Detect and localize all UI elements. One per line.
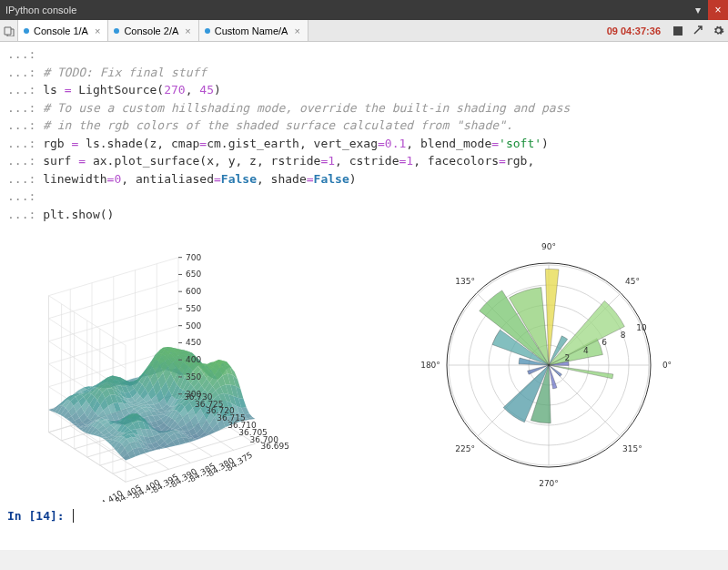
tab-label: Console 1/A <box>34 25 88 36</box>
prompt-label: In [14]: <box>7 509 71 523</box>
svg-text:600: 600 <box>186 287 201 296</box>
tab-close-icon[interactable]: × <box>93 25 102 36</box>
svg-text:400: 400 <box>186 355 201 364</box>
clear-icon[interactable] <box>688 20 708 41</box>
stop-icon[interactable] <box>668 20 688 41</box>
new-tab-button[interactable] <box>0 20 18 41</box>
overflow-icon[interactable]: ▾ <box>688 0 708 20</box>
svg-text:6: 6 <box>602 338 607 347</box>
svg-text:350: 350 <box>186 372 201 382</box>
svg-text:90°: 90° <box>541 242 556 251</box>
plot-area: 30035040045050055060065070036.69536.7003… <box>11 229 717 502</box>
input-prompt[interactable]: In [14]: <box>7 507 721 525</box>
tab-console-1[interactable]: Console 1/A × <box>18 20 108 41</box>
window-title: IPython console <box>5 5 76 15</box>
tab-indicator-icon <box>205 28 210 34</box>
tab-indicator-icon <box>114 28 119 34</box>
elapsed-time: 09 04:37:36 <box>600 20 668 41</box>
svg-text:135°: 135° <box>455 277 475 286</box>
svg-text:45°: 45° <box>625 277 640 286</box>
svg-rect-0 <box>673 26 682 36</box>
close-icon[interactable]: × <box>708 0 728 20</box>
console-output[interactable]: ...: ...: # TODO: Fix final stuff ...: l… <box>0 42 728 550</box>
title-bar: IPython console ▾ × <box>0 0 728 20</box>
svg-text:315°: 315° <box>622 444 642 453</box>
svg-text:650: 650 <box>186 270 201 279</box>
svg-text:450: 450 <box>186 338 201 347</box>
svg-text:225°: 225° <box>455 444 475 453</box>
tab-console-2[interactable]: Console 2/A × <box>108 20 198 41</box>
svg-text:550: 550 <box>186 304 201 313</box>
svg-text:8: 8 <box>621 331 626 340</box>
svg-text:0°: 0° <box>662 361 672 370</box>
tab-close-icon[interactable]: × <box>292 25 301 36</box>
polar-bar-plot: 0°45°90°135°180°225°270°315°246810 <box>389 229 717 502</box>
svg-text:700: 700 <box>186 253 201 262</box>
tab-label: Console 2/A <box>124 25 178 36</box>
svg-text:500: 500 <box>186 321 201 331</box>
tab-close-icon[interactable]: × <box>183 25 192 36</box>
svg-text:2: 2 <box>565 353 571 362</box>
svg-text:180°: 180° <box>420 361 440 370</box>
surface3d-plot: 30035040045050055060065070036.69536.7003… <box>11 229 339 502</box>
svg-text:270°: 270° <box>539 479 559 488</box>
code-block: ...: ...: # TODO: Fix final stuff ...: l… <box>7 46 721 223</box>
gear-icon[interactable] <box>708 20 728 41</box>
svg-text:36.730: 36.730 <box>184 392 213 402</box>
tab-bar: Console 1/A × Console 2/A × Custom Name/… <box>0 20 728 42</box>
tab-custom-name[interactable]: Custom Name/A × <box>199 20 308 41</box>
tab-indicator-icon <box>24 28 29 34</box>
tab-label: Custom Name/A <box>215 25 288 36</box>
svg-text:4: 4 <box>583 346 589 355</box>
svg-text:10: 10 <box>636 323 647 332</box>
